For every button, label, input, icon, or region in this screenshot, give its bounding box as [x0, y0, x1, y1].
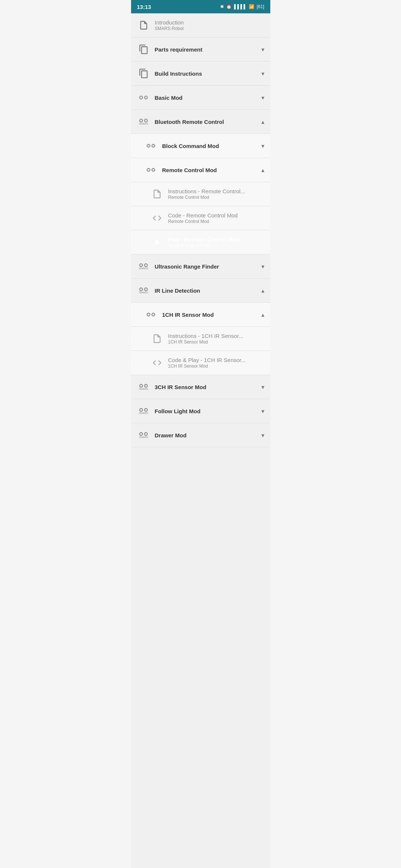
chevron-basic: ▾: [261, 94, 264, 101]
chevron-3ch: ▾: [261, 384, 264, 391]
nav-sublabel-code-rc: Remote Control Mod: [168, 219, 264, 224]
sidebar-item-code-1ch[interactable]: Code & Play - 1CH IR Sensor... 1CH IR Se…: [131, 351, 270, 375]
robot-icon-basic: [137, 91, 150, 104]
alarm-icon: ⏰: [226, 4, 232, 9]
chevron-ultrasonic: ▾: [261, 263, 264, 270]
chevron-parts: ▾: [261, 46, 264, 53]
sidebar-item-follow-light[interactable]: SMARS Follow Light Mod ▾: [131, 399, 270, 423]
sidebar-item-3ch-ir[interactable]: SMARS 3CH IR Sensor Mod ▾: [131, 375, 270, 399]
chevron-block: ▾: [261, 142, 264, 149]
play-icon-rc: [150, 236, 164, 249]
sidebar-item-ultrasonic[interactable]: SMARS Ultrasonic Range Finder ▾: [131, 254, 270, 279]
sidebar-item-instructions-1ch[interactable]: Instructions - 1CH IR Sensor... 1CH IR S…: [131, 327, 270, 351]
sidebar-item-play-rc[interactable]: Play - Remote Control Mod Remote Control…: [131, 230, 270, 254]
pages-icon-build: [137, 67, 150, 80]
nav-label-bluetooth: Bluetooth Remote Control: [155, 119, 258, 125]
nav-label-follow-light: Follow Light Mod: [155, 408, 258, 414]
code-icon-1ch: [150, 356, 164, 369]
sidebar-item-parts-requirement[interactable]: Parts requirement ▾: [131, 37, 270, 62]
nav-label-build: Build Instructions: [155, 70, 258, 77]
doc-icon-instructions-rc: [150, 187, 164, 201]
sidebar-item-introduction[interactable]: Introduction SMARS Robot: [131, 13, 270, 37]
status-bar: 13:13 ✱ ⏰ ▌▌▌▌ 📶 [61]: [131, 0, 270, 13]
sidebar-item-code-rc[interactable]: Code - Remote Control Mod Remote Control…: [131, 206, 270, 230]
sidebar-item-block-command[interactable]: Block Command Mod ▾: [131, 134, 270, 158]
doc-icon-1ch: [150, 332, 164, 345]
sidebar-item-1ch-ir[interactable]: 1CH IR Sensor Mod ▴: [131, 303, 270, 327]
sidebar-item-build-instructions[interactable]: Build Instructions ▾: [131, 62, 270, 86]
smars-icon-ultrasonic: SMARS: [137, 260, 150, 273]
nav-label-instructions-rc: Instructions - Remote Control...: [168, 188, 264, 194]
nav-label-remote: Remote Control Mod: [162, 167, 258, 173]
robot-icon-1ch: [144, 308, 158, 321]
robot-icon-remote: [144, 163, 158, 177]
nav-label-instructions-1ch: Instructions - 1CH IR Sensor...: [168, 333, 264, 339]
nav-label-3ch: 3CH IR Sensor Mod: [155, 384, 258, 390]
nav-label-basic: Basic Mod: [155, 95, 258, 101]
nav-label-drawer: Drawer Mod: [155, 432, 258, 438]
smars-icon-drawer: SMARS: [137, 428, 150, 442]
nav-sublabel-instructions-rc: Remote Control Mod: [168, 195, 264, 200]
smars-icon-3ch: SMARS: [137, 380, 150, 394]
nav-label-block: Block Command Mod: [162, 143, 258, 149]
chevron-drawer: ▾: [261, 432, 264, 439]
battery-icon: [61]: [257, 4, 264, 9]
chevron-1ch: ▴: [261, 311, 264, 318]
sidebar: Introduction SMARS Robot Parts requireme…: [131, 13, 270, 868]
smars-icon-ir: SMARS: [137, 284, 150, 297]
robot-icon-block: [144, 139, 158, 152]
code-icon-rc: [150, 211, 164, 225]
sidebar-item-instructions-rc[interactable]: Instructions - Remote Control... Remote …: [131, 182, 270, 206]
chevron-ir-line: ▴: [261, 287, 264, 294]
nav-sublabel-introduction: SMARS Robot: [155, 26, 264, 31]
bluetooth-icon: ✱: [220, 4, 224, 9]
sidebar-item-remote-control[interactable]: Remote Control Mod ▴: [131, 158, 270, 182]
nav-label-ir-line: IR Line Detection: [155, 287, 258, 294]
pages-icon-parts: [137, 43, 150, 56]
status-time: 13:13: [137, 4, 151, 10]
nav-label-1ch: 1CH IR Sensor Mod: [162, 312, 258, 318]
nav-label-play-rc: Play - Remote Control Mod: [168, 236, 264, 243]
smars-icon-bluetooth: SMARS: [137, 115, 150, 128]
smars-icon-follow-light: SMARS: [137, 404, 150, 418]
chevron-follow-light: ▾: [261, 408, 264, 415]
chevron-build: ▾: [261, 70, 264, 77]
status-icons: ✱ ⏰ ▌▌▌▌ 📶 [61]: [220, 4, 264, 9]
nav-label-parts: Parts requirement: [155, 46, 258, 53]
doc-icon: [137, 19, 150, 32]
nav-sublabel-play-rc: Remote Control Mod: [168, 243, 264, 248]
signal-icon: ▌▌▌▌: [234, 4, 247, 9]
wifi-icon: 📶: [249, 4, 254, 9]
nav-label-code-rc: Code - Remote Control Mod: [168, 212, 264, 218]
nav-label-ultrasonic: Ultrasonic Range Finder: [155, 263, 258, 270]
sidebar-item-bluetooth[interactable]: SMARS Bluetooth Remote Control ▴: [131, 110, 270, 134]
nav-sublabel-instructions-1ch: 1CH IR Sensor Mod: [168, 339, 264, 345]
sidebar-item-ir-line[interactable]: SMARS IR Line Detection ▴: [131, 279, 270, 303]
nav-sublabel-code-1ch: 1CH IR Sensor Mod: [168, 364, 264, 369]
nav-label-code-1ch: Code & Play - 1CH IR Sensor...: [168, 357, 264, 363]
sidebar-item-drawer-mod[interactable]: SMARS Drawer Mod ▾: [131, 423, 270, 447]
chevron-bluetooth: ▴: [261, 118, 264, 125]
nav-label-introduction: Introduction: [155, 19, 264, 26]
chevron-remote: ▴: [261, 167, 264, 174]
sidebar-item-basic-mod[interactable]: Basic Mod ▾: [131, 86, 270, 110]
